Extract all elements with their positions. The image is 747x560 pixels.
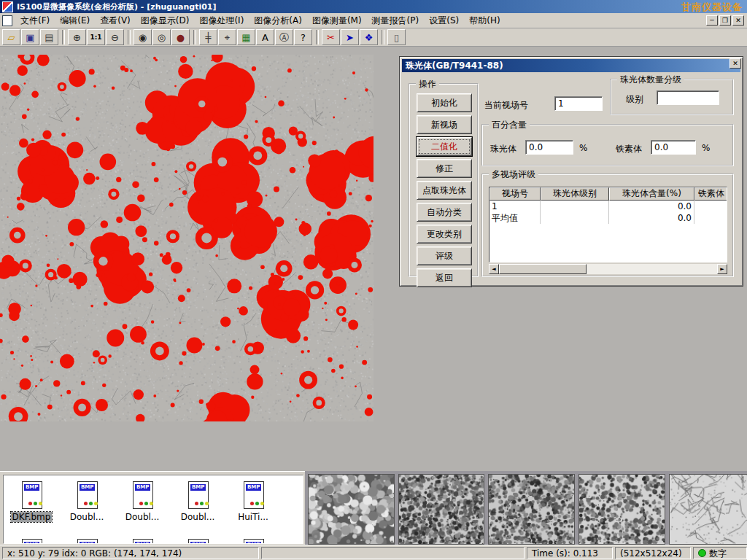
file-item[interactable]: BMPDKF.bmp xyxy=(4,475,59,533)
dialog-close-button[interactable]: ✕ xyxy=(729,58,741,69)
mdi-restore-button[interactable]: ❐ xyxy=(719,15,731,26)
phase-count-icon[interactable]: ❖ xyxy=(360,29,378,45)
file-name[interactable]: HuiTi... xyxy=(236,512,270,522)
thumbnail-1[interactable] xyxy=(308,474,395,545)
op-button-8[interactable]: 评级 xyxy=(417,246,472,265)
thumbnail-5[interactable] xyxy=(669,474,747,545)
file-item[interactable]: BMP xyxy=(225,533,281,544)
mdi-document-icon[interactable] xyxy=(2,15,12,26)
table-cell xyxy=(694,212,727,224)
thumbnail-3[interactable] xyxy=(488,474,575,545)
menu-item[interactable]: 图像处理(I) xyxy=(194,13,249,28)
op-button-4[interactable]: 修正 xyxy=(417,159,472,178)
zoom-out-icon[interactable]: ⊖ xyxy=(106,29,124,45)
menu-item[interactable]: 编辑(E) xyxy=(55,13,95,28)
thumbnail-2[interactable] xyxy=(398,474,485,545)
mdi-minimize-button[interactable]: ─ xyxy=(706,15,718,26)
save-icon[interactable]: ▣ xyxy=(21,29,39,45)
file-name[interactable]: Doubl... xyxy=(179,512,217,522)
binarize-scissors-icon: ✂ xyxy=(327,33,335,42)
actual-size-icon[interactable]: 1:1 xyxy=(87,29,105,45)
phase-count-icon: ❖ xyxy=(365,33,374,42)
camera-icon[interactable]: ◎ xyxy=(152,29,171,45)
metallograph-image[interactable] xyxy=(0,55,374,421)
ruler-icon[interactable]: ▯ xyxy=(387,29,406,45)
time-readout: Time (s): 0.113 xyxy=(527,547,613,559)
scroll-thumb[interactable] xyxy=(499,264,587,274)
file-item[interactable]: BMPDoubl... xyxy=(170,475,225,533)
file-name[interactable]: Doubl... xyxy=(124,512,161,522)
op-button-5[interactable]: 点取珠光体 xyxy=(417,181,472,200)
file-item[interactable]: BMP xyxy=(59,533,115,544)
percent-group-label: 百分含量 xyxy=(489,119,530,131)
table-header-cell[interactable]: 珠光体含量(%) xyxy=(609,187,694,201)
snapshot-icon[interactable]: ● xyxy=(171,29,190,45)
ferrite-input[interactable]: 0.0 xyxy=(651,140,696,155)
bmp-page-shape: BMP xyxy=(133,539,153,544)
op-button-3[interactable]: 二值化 xyxy=(417,137,472,156)
open-folder-icon[interactable]: ▱ xyxy=(2,29,20,45)
menu-item[interactable]: 图像测量(M) xyxy=(307,13,367,28)
op-button-7[interactable]: 更改类别 xyxy=(417,225,472,244)
menu-item[interactable]: 图像显示(D) xyxy=(136,13,195,28)
video-icon: ◉ xyxy=(139,33,147,42)
video-icon[interactable]: ◉ xyxy=(133,29,152,45)
table-row[interactable]: 平均值0.0 xyxy=(489,212,727,224)
menu-item[interactable]: 帮助(H) xyxy=(464,13,505,28)
menu-item[interactable]: 图像分析(A) xyxy=(249,13,307,28)
file-item[interactable]: BMP xyxy=(4,533,59,544)
caliper-icon[interactable]: ╪ xyxy=(199,29,217,45)
mdi-close-button[interactable]: ✕ xyxy=(732,15,744,26)
file-item[interactable]: BMP xyxy=(115,533,170,544)
table-row[interactable]: 10.0 xyxy=(489,201,727,212)
current-view-input[interactable]: 1 xyxy=(554,96,603,111)
bmp-art-dots xyxy=(250,502,264,505)
op-button-9[interactable]: 返回 xyxy=(417,268,472,287)
menu-item[interactable]: 文件(F) xyxy=(15,13,55,28)
thumbnail-4[interactable] xyxy=(578,474,665,545)
binarize-scissors-icon[interactable]: ✂ xyxy=(322,29,340,45)
target-icon[interactable]: ⌖ xyxy=(218,29,236,45)
grid-annotate-icon: ▦ xyxy=(241,33,250,42)
print-icon[interactable]: ▤ xyxy=(40,29,58,45)
bmp-art-dot xyxy=(150,502,153,505)
bmp-file-icon: BMP xyxy=(19,481,44,510)
table-header-cell[interactable]: 视场号 xyxy=(489,187,541,201)
op-button-2[interactable]: 新视场 xyxy=(417,115,472,134)
table-horizontal-scrollbar[interactable]: ◄ ► xyxy=(489,264,727,274)
pointer-icon[interactable]: ➤ xyxy=(341,29,359,45)
scroll-left-button[interactable]: ◄ xyxy=(489,264,499,274)
file-list[interactable]: BMPDKF.bmpBMPDoubl...BMPDoubl...BMPDoubl… xyxy=(3,475,303,544)
file-item[interactable]: BMP xyxy=(170,533,225,544)
file-item[interactable]: BMPDoubl... xyxy=(115,475,170,533)
grade-group: 珠光体数量分级 级别 xyxy=(610,79,734,115)
menu-item[interactable]: 设置(S) xyxy=(424,13,464,28)
bmp-art-dot xyxy=(34,502,37,505)
file-item[interactable]: BMPDoubl... xyxy=(59,475,115,533)
save-icon: ▣ xyxy=(26,33,34,42)
bmp-page-shape: BMP xyxy=(77,539,98,544)
dialog-title-bar[interactable]: 珠光体(GB/T9441-88) xyxy=(402,59,740,72)
bmp-page-shape: BMP xyxy=(188,539,209,544)
op-button-1[interactable]: 初始化 xyxy=(417,93,472,112)
multi-view-table[interactable]: 视场号珠光体级别珠光体含量(%)铁素体 10.0平均值0.0 xyxy=(489,187,727,262)
current-view-label: 当前视场号 xyxy=(484,99,528,112)
file-name[interactable]: Doubl... xyxy=(69,512,106,522)
scroll-track[interactable] xyxy=(587,264,717,274)
scroll-right-button[interactable]: ► xyxy=(717,264,727,274)
bmp-label: BMP xyxy=(135,484,150,491)
menu-item[interactable]: 查看(V) xyxy=(95,13,136,28)
help-icon[interactable]: ? xyxy=(294,29,312,45)
op-button-6[interactable]: 自动分类 xyxy=(417,203,472,222)
grid-annotate-icon[interactable]: ▦ xyxy=(237,29,255,45)
menu-item[interactable]: 测量报告(P) xyxy=(367,13,425,28)
table-header-cell[interactable]: 珠光体级别 xyxy=(541,187,609,201)
zoom-in-icon[interactable]: ⊕ xyxy=(68,29,86,45)
pearlite-input[interactable]: 0.0 xyxy=(525,140,573,155)
table-header-cell[interactable]: 铁素体 xyxy=(694,187,727,201)
file-name[interactable]: DKF.bmp xyxy=(11,512,53,522)
grade-input[interactable] xyxy=(657,90,719,105)
text-label-icon[interactable]: A xyxy=(256,29,274,45)
text-style-icon[interactable]: Ⓐ xyxy=(275,29,293,45)
file-item[interactable]: BMPHuiTi... xyxy=(225,475,281,533)
